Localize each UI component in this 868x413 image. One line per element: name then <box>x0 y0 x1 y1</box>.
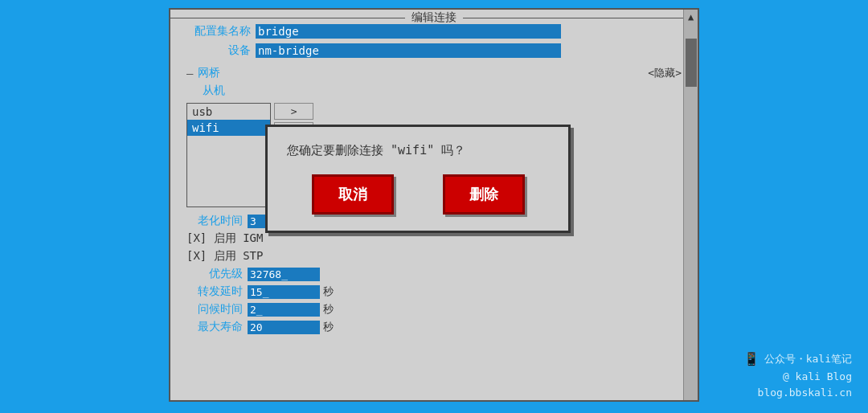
max-age-label: 最大寿命 <box>186 320 243 334</box>
dialog-message: 您确定要删除连接 "wifi" 吗？ <box>287 143 549 158</box>
cancel-button[interactable]: 取消 <box>312 174 394 215</box>
hello-unit: 秒 <box>323 302 334 317</box>
slave-subtitle: 从机 <box>203 84 682 98</box>
dialog-buttons: 取消 删除 <box>287 174 549 215</box>
aging-label: 老化时间 <box>186 214 243 228</box>
delete-button[interactable]: 删除 <box>443 174 525 215</box>
forward-delay-unit: 秒 <box>323 284 334 299</box>
title-bar-right-line <box>463 18 698 18</box>
max-age-row: 最大寿命 秒 <box>186 320 682 334</box>
hello-input[interactable] <box>248 303 320 317</box>
igm-label[interactable]: [X] 启用 IGM <box>186 231 263 246</box>
device-row: 设备 <box>186 43 682 58</box>
stp-label[interactable]: [X] 启用 STP <box>186 249 263 264</box>
igm-row: [X] 启用 IGM <box>186 231 682 246</box>
max-age-unit: 秒 <box>323 320 334 334</box>
watermark-top: 📱 公众号・kali笔记 <box>743 350 852 369</box>
wechat-icon: 📱 <box>743 350 760 369</box>
scroll-up-arrow[interactable]: ▲ <box>688 11 694 22</box>
slave-list: usb wifi <box>186 103 271 207</box>
hello-row: 问候时间 秒 <box>186 302 682 317</box>
device-input[interactable] <box>256 43 561 58</box>
title-bar-left-line <box>170 18 405 18</box>
bridge-section-header: — 网桥 <隐藏> <box>186 66 682 80</box>
scrollbar[interactable]: ▲ <box>683 10 698 400</box>
bridge-title: 网桥 <box>198 66 220 80</box>
device-label: 设备 <box>186 43 251 58</box>
slave-item-usb[interactable]: usb <box>187 104 270 120</box>
priority-label: 优先级 <box>186 267 243 281</box>
priority-input[interactable] <box>248 268 320 281</box>
stp-row: [X] 启用 STP <box>186 249 682 264</box>
watermark-line1: 公众号・kali笔记 <box>764 351 852 367</box>
hello-label: 问候时间 <box>186 302 243 317</box>
priority-row: 优先级 <box>186 267 682 281</box>
watermark-line2: @ kali Blog <box>743 369 852 385</box>
title-bar: 编辑连接 <box>170 9 698 27</box>
forward-delay-row: 转发延时 秒 <box>186 284 682 299</box>
scrollbar-thumb[interactable] <box>686 39 697 87</box>
section-marker: — <box>186 67 193 80</box>
forward-delay-label: 转发延时 <box>186 284 243 299</box>
hide-link[interactable]: <隐藏> <box>648 66 682 80</box>
window-title: 编辑连接 <box>405 10 463 25</box>
slave-add-btn[interactable]: > <box>274 103 313 120</box>
max-age-input[interactable] <box>248 321 320 334</box>
watermark-line3: blog.bbskali.cn <box>743 385 852 401</box>
slave-item-wifi[interactable]: wifi <box>187 120 270 136</box>
forward-delay-input[interactable] <box>248 285 320 299</box>
dialog-box: 您确定要删除连接 "wifi" 吗？ 取消 删除 <box>265 125 571 233</box>
watermark: 📱 公众号・kali笔记 @ kali Blog blog.bbskali.cn <box>743 350 852 400</box>
